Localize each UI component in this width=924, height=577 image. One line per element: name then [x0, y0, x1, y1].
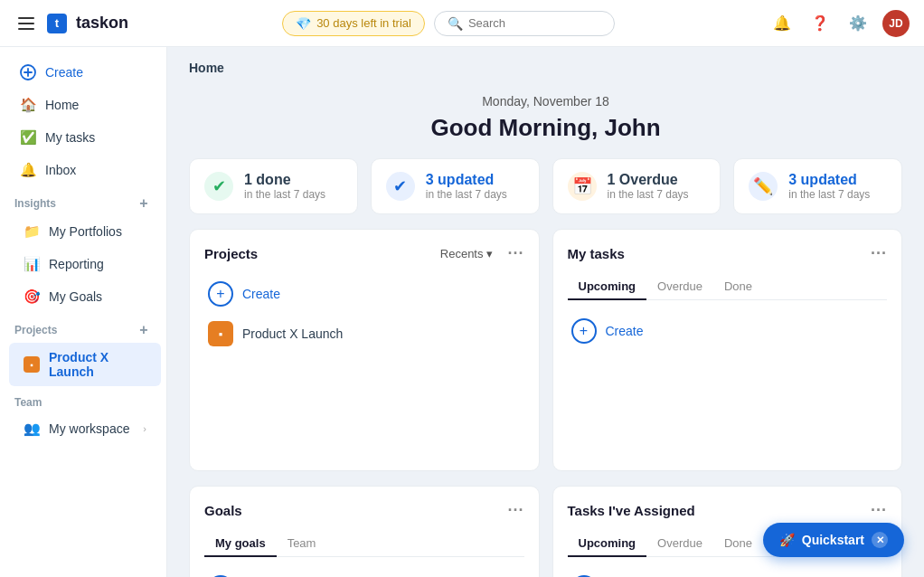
- avatar[interactable]: JD: [882, 10, 910, 37]
- overdue-stat-icon: 📅: [568, 172, 597, 201]
- sidebar-item-inbox[interactable]: 🔔 Inbox: [5, 155, 161, 185]
- insights-add-button[interactable]: +: [136, 195, 152, 212]
- goals-more-button[interactable]: ···: [507, 501, 523, 520]
- settings-icon[interactable]: ⚙️: [844, 10, 872, 37]
- sidebar-item-my-portfolios[interactable]: 📁 My Portfolios: [9, 216, 161, 247]
- done-sub: in the last 7 days: [244, 188, 325, 201]
- tab-assigned-done[interactable]: Done: [713, 531, 763, 557]
- projects-panel-actions: Recents ▾ ···: [433, 244, 524, 263]
- stat-card-updated2[interactable]: ✏️ 3 updated in the last 7 days: [733, 158, 902, 214]
- search-icon: 🔍: [448, 16, 463, 31]
- search-input[interactable]: [468, 16, 586, 30]
- header-center: 💎 30 days left in trial 🔍: [139, 11, 758, 36]
- projects-panel-body: + Create ▪ Product X Launch: [204, 274, 524, 419]
- sidebar-label-inbox: Inbox: [45, 163, 76, 177]
- projects-section-label: Projects: [14, 324, 57, 336]
- sidebar-item-reporting[interactable]: 📊 Reporting: [9, 249, 161, 279]
- project-item-product-x[interactable]: ▪ Product X Launch: [204, 314, 524, 354]
- sidebar-label-goals: My Goals: [49, 289, 102, 304]
- team-section-label: Team: [14, 396, 42, 409]
- overdue-value: 1 Overdue: [608, 172, 689, 188]
- sidebar-item-create[interactable]: Create: [5, 57, 161, 88]
- projects-create-item[interactable]: + Create: [204, 274, 524, 314]
- logo-icon: t: [47, 14, 67, 33]
- goals-panel-title: Goals: [204, 503, 242, 518]
- main-content: Home Monday, November 18 Good Morning, J…: [167, 47, 924, 577]
- create-icon: [20, 64, 36, 80]
- tab-my-goals[interactable]: My goals: [204, 531, 277, 557]
- projects-more-button[interactable]: ···: [507, 244, 523, 263]
- recents-dropdown[interactable]: Recents ▾: [433, 244, 501, 263]
- reporting-icon: 📊: [24, 256, 40, 272]
- add-goal-item[interactable]: + Add goal: [204, 568, 524, 577]
- tab-overdue[interactable]: Overdue: [646, 274, 713, 300]
- recents-label: Recents: [440, 247, 484, 260]
- assigned-more-button[interactable]: ···: [871, 501, 887, 520]
- app-body: Create 🏠 Home ✅ My tasks 🔔 Inbox Insight…: [0, 47, 924, 577]
- header-right: 🔔 ❓ ⚙️ JD: [768, 10, 910, 37]
- quickstart-button[interactable]: 🚀 Quickstart ✕: [763, 523, 904, 557]
- goals-icon: 🎯: [24, 288, 40, 305]
- my-tasks-more-button[interactable]: ···: [871, 244, 887, 263]
- search-box[interactable]: 🔍: [434, 11, 615, 36]
- my-tasks-tabs: Upcoming Overdue Done: [568, 274, 888, 300]
- trial-badge[interactable]: 💎 30 days left in trial: [282, 11, 425, 36]
- notifications-icon[interactable]: 🔔: [768, 10, 796, 37]
- my-tasks-create-item[interactable]: + Create: [568, 311, 888, 351]
- updated2-value: 3 updated: [788, 172, 870, 188]
- sidebar: Create 🏠 Home ✅ My tasks 🔔 Inbox Insight…: [0, 47, 167, 577]
- sidebar-item-product-x-launch[interactable]: ▪ Product X Launch: [9, 343, 161, 386]
- tab-assigned-upcoming[interactable]: Upcoming: [568, 531, 647, 557]
- help-icon[interactable]: ❓: [806, 10, 834, 37]
- create-plus-icon: +: [208, 281, 233, 307]
- quickstart-close-button[interactable]: ✕: [872, 532, 888, 548]
- done-stat-icon: ✔: [204, 172, 233, 201]
- updated2-sub: in the last 7 days: [788, 188, 870, 201]
- hero-section: Monday, November 18 Good Morning, John: [167, 83, 924, 158]
- goals-panel-body: + Add goal You haven't added team goals …: [204, 568, 524, 577]
- tab-done[interactable]: Done: [713, 274, 763, 300]
- stat-card-updated1[interactable]: ✔ 3 updated in the last 7 days: [371, 158, 540, 214]
- projects-create-label: Create: [242, 287, 280, 301]
- goals-panel-header: Goals ···: [204, 501, 524, 520]
- hero-greeting: Good Morning, John: [167, 114, 924, 142]
- tab-assigned-overdue[interactable]: Overdue: [646, 531, 713, 557]
- overdue-sub: in the last 7 days: [608, 188, 689, 201]
- insights-section-label: Insights: [14, 197, 56, 210]
- projects-add-button[interactable]: +: [136, 322, 152, 338]
- hamburger-menu[interactable]: [14, 14, 38, 33]
- team-section: Team: [0, 387, 166, 412]
- project-item-icon: ▪: [208, 321, 233, 346]
- my-tasks-create-label: Create: [606, 324, 644, 338]
- stat-card-overdue[interactable]: 📅 1 Overdue in the last 7 days: [552, 158, 721, 214]
- assign-task-item[interactable]: + Assign task: [568, 568, 888, 577]
- home-icon: 🏠: [20, 97, 36, 113]
- sidebar-label-workspace: My workspace: [49, 421, 129, 436]
- my-tasks-panel-title: My tasks: [568, 246, 625, 261]
- my-tasks-panel: My tasks ··· Upcoming Overdue Done + Cre…: [552, 229, 903, 471]
- sidebar-label-my-tasks: My tasks: [45, 130, 95, 145]
- sidebar-item-my-tasks[interactable]: ✅ My tasks: [5, 122, 161, 153]
- gem-icon: 💎: [296, 16, 311, 31]
- sidebar-item-my-workspace[interactable]: 👥 My workspace ›: [9, 413, 161, 444]
- tab-upcoming[interactable]: Upcoming: [568, 274, 647, 300]
- tasks-create-icon: +: [571, 318, 597, 344]
- assigned-panel-body: + Assign task Assign tasks to your colle…: [568, 568, 888, 577]
- quickstart-label: Quickstart: [802, 533, 864, 547]
- stat-card-done[interactable]: ✔ 1 done in the last 7 days: [189, 158, 358, 214]
- logo-text: taskon: [76, 14, 128, 33]
- chevron-down-icon: ▾: [486, 247, 493, 260]
- workspace-icon: 👥: [24, 421, 40, 437]
- stats-row: ✔ 1 done in the last 7 days ✔ 3 updated …: [167, 158, 924, 229]
- project-icon: ▪: [24, 356, 40, 373]
- projects-panel-header: Projects Recents ▾ ···: [204, 244, 524, 263]
- tasks-icon: ✅: [20, 129, 36, 146]
- sidebar-item-home[interactable]: 🏠 Home: [5, 90, 161, 120]
- projects-panel-title: Projects: [204, 246, 258, 261]
- app-header: t taskon 💎 30 days left in trial 🔍 🔔 ❓ ⚙…: [0, 0, 924, 47]
- panels-row-top: Projects Recents ▾ ··· + Create: [167, 229, 924, 486]
- sidebar-label-product-x-launch: Product X Launch: [49, 350, 146, 379]
- tab-team-goals[interactable]: Team: [277, 531, 327, 557]
- goals-tabs: My goals Team: [204, 531, 524, 557]
- sidebar-item-my-goals[interactable]: 🎯 My Goals: [9, 281, 161, 312]
